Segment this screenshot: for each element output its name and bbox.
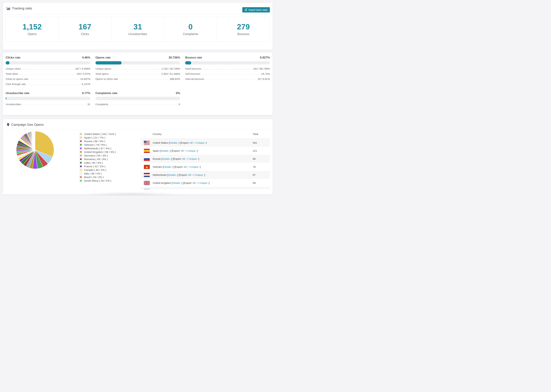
legend-item: Spain ( 121 / 7% ) [80,136,116,139]
bottom-shadow [80,192,181,196]
legend-swatch [80,140,82,142]
rate-row-value: 14.497% [80,77,90,80]
details-link[interactable]: Details › [172,182,182,184]
legend-swatch [80,133,82,135]
geo-opens-pie-chart [16,131,54,169]
legend-item: Brazil ( 33 / 2% ) [80,175,116,179]
rate-row-label: Total opens [95,72,109,75]
legend-item: Russia ( 86 / 5% ) [80,139,116,143]
export-unique-link[interactable]: Unique › [190,165,200,168]
legend-item: United Kingdom ( 59 / 3% ) [80,150,116,154]
legend-item: United States ( 541 / 31% ) [80,132,116,136]
table-row-es: Spain [Details ›] [Export: All › / Uniqu… [141,147,270,155]
details-link[interactable]: Details › [170,141,179,144]
stat-cell-unsubscribes: 31Unsubscribes [111,17,164,41]
rate-row-label: Soft bounces [185,72,200,75]
legend-label: Romania ( 49 / 3% ) [84,158,108,161]
export-unique-link[interactable]: Unique › [187,149,197,152]
dotted-leader [205,79,256,80]
rate-section-clicks-rate: Clicks rate4.46%Unique clicks167 / 4.456… [6,56,90,88]
rate-progress-bar [6,61,90,64]
export-unique-link[interactable]: Unique › [199,182,209,184]
stat-label: Clicks [81,32,89,36]
dotted-leader [201,74,260,75]
tracking-stats-header: Tracking stats [7,7,32,10]
export-all-link[interactable]: All › [192,182,197,184]
details-link[interactable]: Details › [162,157,171,160]
legend-label: Spain ( 121 / 7% ) [84,136,105,139]
rate-row-label: Clicks to opens rate [6,77,28,80]
rate-row-label: Unique clicks [6,67,21,70]
rate-section-unsubscribe-rate: Unsubscribe rate0.77%Unsubscribes31 [6,91,90,108]
rate-progress-fill [185,61,191,64]
rate-row-value: 2,303 / 61.446% [161,72,180,75]
export-all-link[interactable]: All › [181,149,185,152]
vn-flag-icon [144,165,150,169]
legend-swatch [80,161,82,164]
export-all-link[interactable]: All › [188,173,193,176]
stat-label: Bounces [237,32,249,36]
details-link[interactable]: Details › [161,149,170,152]
legend-label: Canada ( 40 / 2% ) [84,168,106,172]
rate-row-label: Opens to clicks rate [95,77,118,80]
legend-label: South Africa ( 29 / 2% ) [84,179,111,182]
details-link[interactable]: Details › [168,173,177,176]
rate-detail-row: Opens to clicks rate689.82% [95,77,180,80]
export-all-link[interactable]: All › [184,165,188,168]
legend-label: France ( 42 / 2% ) [84,165,105,168]
rate-detail-row: Total opens2,303 / 61.446% [95,72,180,75]
rate-detail-row: Unique opens1,152 / 30.736% [95,67,180,70]
gb-flag-icon [144,181,150,185]
dotted-leader [110,74,160,75]
legend-swatch [80,179,82,182]
total-cell: 121 [253,149,257,152]
country-name: United States [ [153,141,170,144]
campaign-geo-opens-card: Campaign Geo Opens United States ( 541 /… [3,119,273,195]
legend-swatch [80,165,82,168]
legend-swatch [80,169,82,171]
stat-cell-bounces: 279Bounces [217,17,270,41]
legend-label: Netherlands ( 67 / 4% ) [84,147,111,150]
total-cell: 541 [253,141,257,144]
rate-detail-row: Unique clicks167 / 4.456% [6,67,90,70]
rate-row-value: 18 / 0% [261,72,270,75]
rate-title: Bounce rate [185,56,202,59]
export-all-link[interactable]: All › [190,141,194,144]
geo-title: Campaign Geo Opens [11,123,44,126]
legend-item: Germany ( 55 / 3% ) [80,154,116,157]
export-basic-stats-button[interactable]: Export basic stats [242,7,270,13]
rate-progress-bar [185,61,270,64]
table-row-de: Germany [Details ›] [Export: All › / Uni… [141,187,270,189]
export-all-link[interactable]: All › [182,157,187,160]
details-link[interactable]: Details › [163,165,173,168]
country-cell: Netherlands [Details ›] [Export: All › /… [153,173,205,176]
rate-detail-row: Soft bounces18 / 0% [185,72,270,75]
legend-item: France ( 42 / 2% ) [80,165,116,168]
rate-row-label: Complaints [95,103,108,106]
header-divider [6,14,270,14]
legend-item: Vietnam ( 79 / 5% ) [80,143,116,147]
legend-label: Russia ( 86 / 5% ) [84,140,105,143]
stat-label: Opens [28,32,37,36]
legend-swatch [80,158,82,161]
export-unique-link[interactable]: Unique › [189,157,198,160]
table-row-us: United States [Details ›] [Export: All ›… [141,139,270,147]
page-title: Tracking stats [12,7,32,10]
rate-row-label: Click through rate [6,83,26,85]
dotted-leader [110,105,177,105]
stat-value: 0 [188,23,193,31]
rate-row-label: Internal bounces [185,77,204,80]
export-unique-link[interactable]: Unique › [195,173,205,176]
rate-value: 0.77% [82,91,90,95]
dotted-leader [22,69,74,70]
country-cell: United Kingdom [Details ›] [Export: All … [153,182,210,184]
geo-opens-table: Country Total United States [Details ›] … [141,129,270,189]
stat-value: 167 [78,23,91,31]
table-row-nl: Netherlands [Details ›] [Export: All › /… [141,171,270,179]
rate-value: 30.736% [169,56,180,59]
total-cell: 79 [253,165,256,168]
export-unique-link[interactable]: Unique › [196,141,206,144]
legend-item: Italy ( 36 / 2% ) [80,172,116,175]
column-total: Total [253,133,258,135]
stat-label: Unsubscribes [128,32,147,36]
